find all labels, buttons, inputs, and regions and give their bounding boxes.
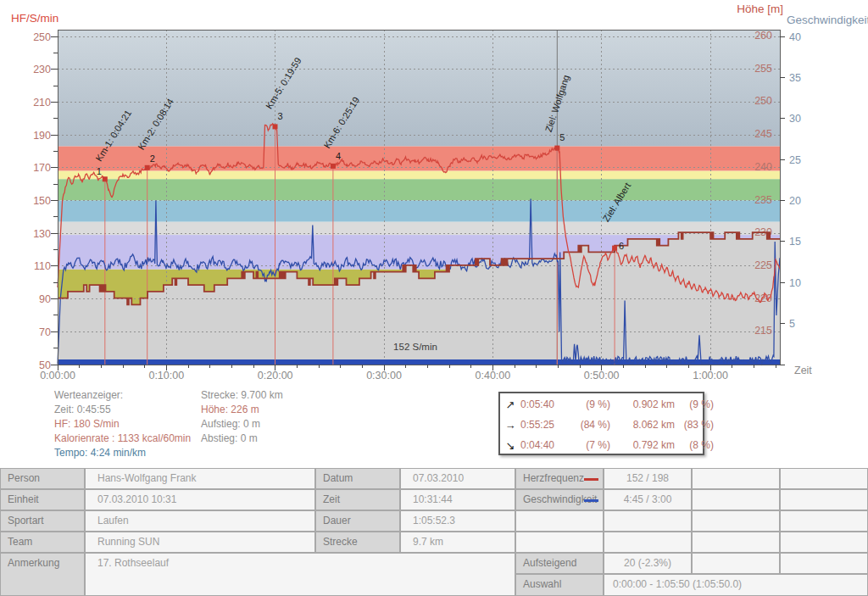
aufsteigend-value[interactable]: 20 (-2.3%) [604,553,692,574]
hoehe-tick-label: 260 [754,30,772,42]
km-marker-number: 5 [559,132,565,142]
descent-dist-pct: (8 %) [675,439,714,451]
km-marker-point[interactable] [331,164,336,169]
speed-tick-label: 30 [789,113,801,125]
time-tick-label: 1:00:00 [693,370,728,382]
empty-cell [515,532,604,553]
summary-row-descent: ↘ 0:04:40 (7 %) 0.792 km (8 %) [500,435,703,454]
flat-time-pct: (84 %) [570,419,610,431]
hf-tick-label: 90 [39,293,51,305]
strecke-value[interactable]: 9.7 km [400,532,515,553]
km-marker-point[interactable] [103,176,108,181]
hf-tick-label: 130 [33,228,51,240]
einheit-value[interactable]: 07.03.2010 10:31 [85,489,315,510]
hf-tick-label: 170 [33,162,51,174]
km-marker-number: 1 [97,166,102,176]
aufsteigend-label: Aufsteigend [515,553,604,574]
hoehe-tick-label: 240 [754,161,772,173]
flat-dist: 8.062 km [610,419,675,431]
hoehe-tick-label: 215 [754,325,772,337]
cursor-hf: HF: 180 S/min [54,418,120,430]
hf-tick-label: 70 [39,326,51,338]
summary-row-flat: → 0:55:25 (84 %) 8.062 km (83 %) [500,415,703,434]
geschwindigkeit-label: Geschwindigkeit [515,489,604,510]
summary-row-ascent: ↗ 0:05:40 (9 %) 0.902 km (9 %) [500,394,703,414]
datum-value[interactable]: 07.03.2010 [400,468,515,489]
speed-tick-label: 10 [789,277,801,289]
empty-cell [692,532,780,553]
empty-cell [692,468,780,489]
speed-line-swatch [584,499,598,502]
cursor-time: Zeit: 0:45:55 [54,404,111,415]
ascent-dist: 0.902 km [610,398,675,410]
hf-line-swatch [584,478,598,481]
km-marker-point[interactable] [612,246,617,251]
session-data-table: Person Hans-Wolfgang Frank Einheit 07.03… [0,468,868,596]
descent-time: 0:04:40 [520,439,570,451]
empty-cell [780,489,868,510]
speed-tick-label: 35 [789,72,801,84]
team-value[interactable]: Running SUN [85,532,315,553]
dauer-value[interactable]: 1:05:52.3 [400,510,515,532]
time-tick-label: 0:00:00 [40,370,75,382]
herzfrequenz-label-text: Herzfrequenz [523,472,584,484]
flat-dist-pct: (83 %) [675,419,714,431]
km-marker-number: 4 [336,151,341,161]
hf-tick-label: 190 [33,130,51,142]
speed-tick-label: 40 [789,31,801,43]
zeit-value[interactable]: 10:31:44 [400,489,515,510]
descent-time-pct: (7 %) [570,439,610,451]
time-tick-label: 0:50:00 [584,370,620,382]
km-marker-point[interactable] [145,165,150,170]
empty-cell [604,510,692,532]
ascent-dist-pct: (9 %) [675,398,714,410]
time-tick-label: 0:40:00 [476,370,511,382]
hf-tick-label: 210 [33,97,51,109]
speed-tick-label: 20 [789,195,801,207]
geschwindigkeit-value[interactable]: 4:45 / 3:00 [604,489,692,510]
anmerkung-label: Anmerkung [0,553,85,596]
speed-tick-label: 5 [789,318,795,330]
cursor-ascent: Aufstieg: 0 m [201,418,260,430]
km-marker-point[interactable] [273,124,278,129]
hf-tick-label: 250 [33,31,51,43]
werteanzeiger-title: Werteanzeiger: [54,389,123,401]
herzfrequenz-label: Herzfrequenz [515,468,604,489]
sportart-value[interactable]: Laufen [85,510,315,532]
hoehe-tick-label: 250 [754,95,772,107]
gradient-summary-box: ↗ 0:05:40 (9 %) 0.902 km (9 %) → 0:55:25… [498,392,704,455]
strecke-label: Strecke [315,532,400,553]
speed-tick-label: 15 [789,236,801,248]
empty-cell [780,468,868,489]
arrow-down-right-icon: ↘ [500,439,520,452]
empty-cell [780,510,868,532]
cursor-calorie-rate: Kalorienrate : 1133 kcal/60min [54,432,191,444]
km-marker-point[interactable] [554,146,559,151]
speed-tick-label: 25 [789,154,801,166]
hf-tick-label: 110 [34,260,51,272]
empty-cell [515,510,604,532]
km-marker-number: 2 [150,153,155,164]
empty-cell [692,489,780,510]
empty-cell [692,553,780,574]
chart-plot[interactable]: 2602552502452402352302252202151Km-1: 0:0… [0,0,868,468]
training-analysis-window: 2602552502452402352302252202151Km-1: 0:0… [0,0,868,596]
dauer-label: Dauer [315,510,400,532]
cursor-tempo: Tempo: 4:24 min/km [54,447,146,459]
cadence-value-label: 152 S/min [393,342,437,352]
sportart-label: Sportart [0,510,85,532]
empty-cell [780,553,868,574]
cursor-altitude: Höhe: 226 m [201,404,259,415]
speed-axis-title: Geschwindigkeit [ [787,14,868,26]
herzfrequenz-value[interactable]: 152 / 198 [604,468,692,489]
empty-cell [780,532,868,553]
hf-tick-label: 230 [33,64,51,75]
time-tick-label: 0:20:00 [258,370,293,382]
time-tick-label: 0:30:00 [366,370,402,382]
hoehe-axis-title: Höhe [m] [737,3,783,15]
person-value[interactable]: Hans-Wolfgang Frank [85,468,315,489]
team-label: Team [0,532,85,553]
auswahl-value[interactable]: 0:00:00 - 1:05:50 (1:05:50.0) [604,574,868,596]
empty-cell [692,510,780,532]
anmerkung-value[interactable]: 17. Rothseelauf [85,553,515,596]
